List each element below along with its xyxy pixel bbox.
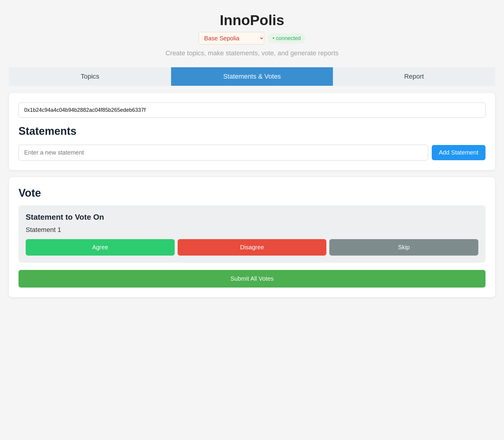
- main-content: Statements Add Statement Vote Statement …: [6, 93, 498, 297]
- disagree-button[interactable]: Disagree: [178, 239, 327, 256]
- statements-title: Statements: [19, 125, 485, 138]
- statements-card: Statements Add Statement: [9, 93, 495, 170]
- add-statement-button[interactable]: Add Statement: [432, 145, 485, 160]
- app-title: InnoPolis: [6, 12, 498, 28]
- network-bar: Base SepoliaEthereumPolygonArbitrum • co…: [6, 32, 498, 45]
- connected-badge: • connected: [268, 33, 305, 43]
- vote-card-outer: Vote Statement to Vote On Statement 1 Ag…: [9, 177, 495, 297]
- submit-all-votes-button[interactable]: Submit All Votes: [19, 270, 485, 288]
- vote-card-title: Statement to Vote On: [26, 213, 478, 222]
- statement-form: Add Statement: [19, 145, 485, 161]
- tab-report[interactable]: Report: [333, 67, 495, 86]
- tabs-bar: Topics Statements & Votes Report: [9, 67, 495, 86]
- skip-button[interactable]: Skip: [329, 239, 478, 256]
- tab-topics[interactable]: Topics: [9, 67, 171, 86]
- tab-statements-votes[interactable]: Statements & Votes: [171, 67, 333, 86]
- vote-buttons: Agree Disagree Skip: [26, 239, 478, 256]
- header: InnoPolis Base SepoliaEthereumPolygonArb…: [6, 6, 498, 67]
- address-input[interactable]: [19, 103, 485, 118]
- subtitle: Create topics, make statements, vote, an…: [6, 49, 498, 57]
- network-select[interactable]: Base SepoliaEthereumPolygonArbitrum: [199, 32, 264, 45]
- statement-input[interactable]: [19, 145, 428, 161]
- statement-text: Statement 1: [26, 226, 478, 234]
- vote-title: Vote: [19, 187, 485, 199]
- vote-inner-card: Statement to Vote On Statement 1 Agree D…: [19, 205, 485, 263]
- agree-button[interactable]: Agree: [26, 239, 175, 256]
